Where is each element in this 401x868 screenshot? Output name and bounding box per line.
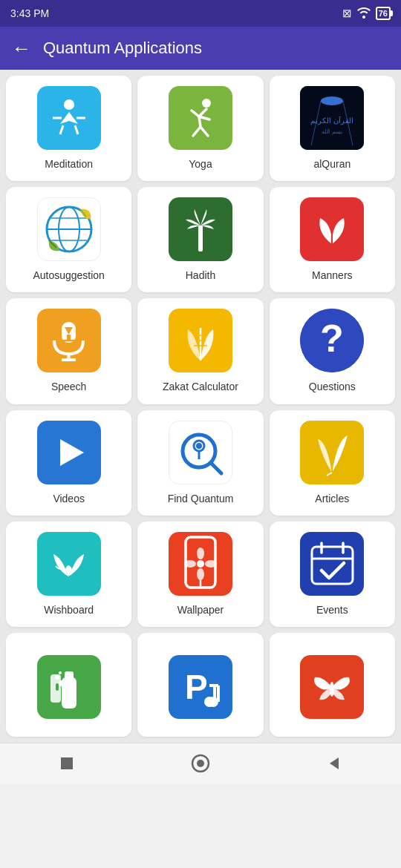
- nav-square-button[interactable]: [53, 750, 80, 777]
- app-card-autosuggestion[interactable]: Autosuggestion: [6, 187, 131, 292]
- svg-point-33: [197, 560, 204, 568]
- svg-rect-11: [198, 226, 203, 251]
- app-label-autosuggestion: Autosuggestion: [33, 269, 105, 282]
- app-icon-wallpaper: [169, 532, 232, 596]
- app-label-hadith: Hadith: [186, 269, 215, 282]
- app-icon-articles: [300, 421, 364, 484]
- app-icon-yoga: [169, 86, 232, 150]
- app-card-hadith[interactable]: Hadith: [137, 187, 263, 292]
- svg-text:بسم الله: بسم الله: [322, 128, 342, 135]
- svg-text:?: ?: [320, 317, 344, 360]
- svg-line-31: [327, 473, 332, 476]
- svg-point-47: [59, 671, 62, 674]
- app-label-articles: Articles: [315, 492, 349, 505]
- svg-line-28: [212, 464, 221, 473]
- app-icon-zakat: [169, 309, 232, 372]
- app-label-zakat: Zakat Calculator: [163, 380, 238, 393]
- page-title: Quantum Applications: [43, 39, 202, 58]
- svg-point-37: [205, 560, 217, 568]
- svg-point-58: [330, 682, 334, 697]
- app-label-meditation: Meditation: [45, 157, 93, 171]
- app-card-row6a[interactable]: [6, 633, 131, 737]
- status-bar: 3:43 PM ⊠ 76: [0, 0, 401, 27]
- app-label-alquran: alQuran: [313, 157, 351, 171]
- app-card-speech[interactable]: Speech: [6, 298, 131, 404]
- svg-rect-44: [65, 671, 74, 680]
- battery-indicator: 76: [376, 7, 391, 20]
- status-icons: ⊠ 76: [342, 7, 391, 21]
- app-card-manners[interactable]: Manners: [270, 187, 395, 292]
- svg-point-35: [197, 568, 204, 580]
- svg-rect-39: [312, 547, 353, 584]
- svg-rect-49: [56, 683, 59, 691]
- app-card-row6c[interactable]: [270, 633, 395, 737]
- svg-point-0: [64, 99, 74, 110]
- svg-point-55: [204, 697, 215, 707]
- app-card-videos[interactable]: Videos: [6, 410, 131, 516]
- app-card-questions[interactable]: ? Questions: [270, 298, 395, 404]
- app-icon-autosuggestion: [37, 197, 101, 261]
- app-card-row6b[interactable]: P: [137, 633, 263, 737]
- app-icon-findquantum: [169, 421, 232, 484]
- svg-point-3: [321, 96, 343, 105]
- charging-icon: ⊠: [342, 7, 352, 20]
- app-icon-videos: [37, 421, 101, 484]
- app-card-articles[interactable]: Articles: [270, 410, 395, 516]
- app-card-events[interactable]: Events: [270, 522, 395, 627]
- app-label-wishboard: Wishboard: [44, 603, 94, 617]
- app-icon-questions: ?: [300, 309, 364, 372]
- app-icon-wishboard: [37, 532, 101, 596]
- app-icon-quran: القرآن الكريم بسم الله: [300, 86, 364, 150]
- app-card-zakat[interactable]: Zakat Calculator: [137, 298, 263, 404]
- app-card-yoga[interactable]: Yoga: [137, 76, 263, 181]
- app-label-findquantum: Find Quantum: [168, 492, 234, 505]
- app-label-wallpaper: Wallpaper: [177, 603, 224, 617]
- app-label-questions: Questions: [309, 380, 356, 393]
- svg-point-36: [184, 560, 196, 568]
- app-icon-row6a: [37, 655, 101, 719]
- app-label-manners: Manners: [312, 269, 352, 282]
- app-icon-speech: [37, 309, 101, 372]
- app-card-wishboard[interactable]: Wishboard: [6, 522, 131, 627]
- svg-rect-59: [61, 757, 73, 769]
- nav-back-button[interactable]: [321, 750, 348, 777]
- app-card-meditation[interactable]: Meditation: [6, 76, 131, 181]
- back-button[interactable]: ←: [12, 37, 31, 60]
- svg-point-61: [197, 760, 204, 767]
- app-icon-row6b: P: [169, 655, 232, 719]
- svg-text:P: P: [185, 668, 208, 706]
- app-icon-row6c: [300, 655, 364, 719]
- app-label-yoga: Yoga: [189, 157, 212, 171]
- app-label-speech: Speech: [51, 380, 86, 393]
- time-display: 3:43 PM: [10, 7, 49, 19]
- app-grid: Meditation Yoga القرآن الكريم بسم الله: [0, 70, 401, 743]
- svg-marker-62: [330, 757, 339, 769]
- bottom-nav: [0, 743, 401, 784]
- app-icon-hadith: [169, 197, 232, 261]
- svg-point-1: [202, 99, 211, 108]
- nav-home-button[interactable]: [187, 750, 214, 777]
- app-card-findquantum[interactable]: Find Quantum: [137, 410, 263, 516]
- top-bar: ← Quantum Applications: [0, 27, 401, 70]
- svg-point-34: [197, 548, 204, 559]
- app-label-videos: Videos: [53, 492, 85, 505]
- wifi-icon: [356, 7, 371, 21]
- svg-marker-25: [60, 439, 84, 466]
- app-card-alquran[interactable]: القرآن الكريم بسم الله alQuran: [270, 76, 395, 181]
- app-card-wallpaper[interactable]: Wallpaper: [137, 522, 263, 627]
- svg-line-30: [332, 434, 333, 473]
- svg-point-29: [196, 443, 202, 449]
- svg-text:القرآن الكريم: القرآن الكريم: [310, 116, 353, 125]
- app-label-events: Events: [316, 603, 348, 617]
- app-icon-meditation: [37, 86, 101, 150]
- app-icon-events: [300, 532, 364, 596]
- app-icon-manners: [300, 197, 364, 261]
